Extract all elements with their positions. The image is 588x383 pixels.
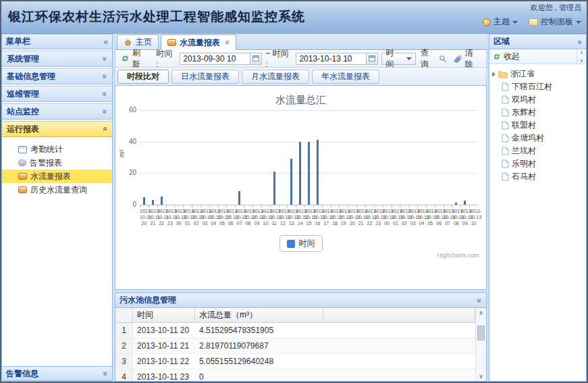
alarm-info-header[interactable]: 告警信息 » (2, 366, 112, 381)
collapse-tree-button[interactable]: 收起 (504, 51, 520, 62)
tree-node-label: 东辉村 (512, 107, 536, 118)
tree-node-下辖百江村[interactable]: 下辖百江村 (492, 80, 583, 93)
x-tick-label: 2013-10-1302 (400, 208, 408, 226)
chevron-double-down-icon[interactable]: » (476, 298, 484, 303)
file-icon (502, 172, 509, 181)
subtab-月水流量报表[interactable]: 月水流量报表 (242, 70, 309, 84)
welcome-text: 欢迎您 , 管理员 (483, 3, 581, 13)
subtab-日水流量报表[interactable]: 日水流量报表 (171, 70, 239, 84)
x-tick-label: 2013-10-1215 (304, 208, 313, 226)
sewage-pool-header: 污水池信息管理 » (115, 293, 486, 308)
chart-bar[interactable] (152, 200, 154, 205)
x-tick-label: 2013-10-1306 (435, 208, 444, 226)
sidebar-section-巡维管理[interactable]: 巡维管理» (2, 86, 112, 102)
calendar-icon (369, 55, 375, 61)
refresh-icon (121, 54, 130, 63)
x-tick-label: 2013-10-1303 (408, 208, 417, 226)
tab-home-label: 主页 (136, 36, 152, 48)
tab-water-flow-report[interactable]: 水流量报表 × (161, 34, 236, 50)
chart-bar[interactable] (238, 191, 240, 205)
row-time: 2013-10-11 20 (133, 326, 195, 335)
query-button[interactable]: 查询 (419, 47, 448, 70)
subtab-时段比对[interactable]: 时段比对 (117, 70, 169, 84)
scroll-down-icon[interactable]: ∨ (476, 373, 486, 380)
time-from-label: 时间 : (156, 48, 176, 69)
sidebar-header: 菜单栏 « (2, 34, 112, 49)
tree-node-兰坑村[interactable]: 兰坑村 (492, 145, 583, 157)
x-tick-label: 2013-10-1308 (452, 208, 460, 226)
sidebar-section-基础信息管理[interactable]: 基础信息管理» (2, 68, 112, 84)
x-tick-label: 2013-10-1214 (296, 208, 304, 226)
scroll-up-icon[interactable]: ∧ (476, 309, 486, 316)
tree-node-root[interactable]: 浙江省 (492, 68, 583, 80)
y-tick-label: 0 (117, 201, 136, 208)
refresh-button[interactable]: 刷新 (119, 47, 149, 70)
time-unit-combo[interactable]: 时间 (381, 53, 415, 65)
tab-close-icon[interactable]: × (225, 38, 230, 47)
highcharts-watermark: Highcharts.com (437, 252, 479, 259)
eraser-icon (453, 55, 462, 63)
chart-bar[interactable] (299, 142, 301, 205)
tree-node-联盟村[interactable]: 联盟村 (492, 119, 583, 132)
table-row[interactable]: 32013-10-11 225.055155129640248 (115, 354, 475, 369)
section-label: 系统管理 (7, 53, 39, 65)
chart-bar[interactable] (143, 197, 145, 205)
scrollbar-thumb[interactable] (477, 326, 485, 340)
collapse-right-icon[interactable]: » (577, 38, 582, 46)
tree-scrollbar[interactable]: ∧∨ (577, 49, 586, 64)
scroll-down-icon[interactable]: ∨ (580, 58, 583, 63)
legend-marker (287, 240, 295, 248)
title-bar: 银江环保农村生活污水处理工程智能感知监控系统 欢迎您 , 管理员 主题 控制面板 (1, 1, 587, 34)
file-icon (502, 121, 509, 130)
sidebar-item-历史水流量查询[interactable]: 历史水流量查询 (2, 183, 112, 197)
control-panel-label: 控制面板 (541, 16, 573, 28)
region-toolbar: 收起 ∧∨ (489, 49, 586, 64)
collapse-left-icon[interactable]: « (103, 38, 108, 46)
calendar-button[interactable] (366, 53, 378, 65)
report-box-icon (18, 186, 27, 193)
tree-node-乐明村[interactable]: 乐明村 (492, 157, 583, 170)
sidebar-section-运行报表[interactable]: 运行报表» (2, 121, 112, 137)
chart-title: 水流量总汇 (115, 94, 486, 107)
control-panel-menu[interactable]: 控制面板 (529, 16, 581, 28)
tree-node-金塘坞村[interactable]: 金塘坞村 (492, 132, 583, 145)
table-scrollbar[interactable]: ∧ ∨ (475, 308, 486, 381)
scroll-up-icon[interactable]: ∧ (580, 50, 583, 55)
alarm-report-icon (18, 159, 26, 166)
table-row[interactable]: 22013-10-11 212.81970119079687 (115, 338, 475, 354)
chart-bar[interactable] (308, 142, 310, 205)
subtab-年水流量报表[interactable]: 年水流量报表 (312, 70, 379, 84)
sidebar-section-站点监控[interactable]: 站点监控» (2, 103, 112, 120)
theme-menu[interactable]: 主题 (483, 16, 518, 28)
chart-legend[interactable]: 时间 (279, 235, 323, 252)
calendar-button[interactable] (250, 53, 262, 65)
table-row[interactable]: 42013-10-11 230 (115, 369, 475, 381)
tree-node-石马村[interactable]: 石马村 (492, 170, 583, 183)
section-label: 基础信息管理 (7, 71, 55, 82)
row-number: 2 (115, 338, 133, 353)
tree-expand-icon[interactable] (492, 72, 496, 77)
chart-bar[interactable] (161, 197, 163, 205)
tree-node-东辉村[interactable]: 东辉村 (492, 106, 583, 119)
sidebar-item-水流量报表[interactable]: 水流量报表 (2, 170, 112, 183)
sidebar-item-label: 水流量报表 (30, 171, 71, 182)
time-to-input[interactable] (296, 53, 366, 65)
sidebar-item-考勤统计[interactable]: 考勤统计 (2, 143, 112, 156)
chart-bar[interactable] (273, 172, 275, 205)
clear-label: 清除 (465, 47, 481, 70)
sidebar-section-系统管理[interactable]: 系统管理» (2, 51, 112, 67)
x-tick-label: 2013-10-1213 (287, 208, 296, 226)
clear-button[interactable]: 清除 (452, 47, 482, 70)
table-row[interactable]: 12013-10-11 204.515295478351905 (115, 323, 475, 338)
chart-bar[interactable] (290, 159, 292, 205)
sidebar-item-告警报表[interactable]: 告警报表 (2, 156, 112, 170)
calendar-icon (252, 55, 259, 61)
x-tick-label: 2013-10-1309 (460, 208, 469, 226)
sidebar-item-label: 告警报表 (30, 157, 62, 169)
chart-bar[interactable] (317, 140, 319, 205)
legend-label: 时间 (299, 238, 315, 249)
y-tick-label: 60 (117, 106, 136, 113)
time-from-input[interactable] (180, 53, 250, 65)
tree-node-双坞村[interactable]: 双坞村 (492, 93, 583, 106)
x-tick-label: 2013-10-1203 (201, 208, 209, 226)
